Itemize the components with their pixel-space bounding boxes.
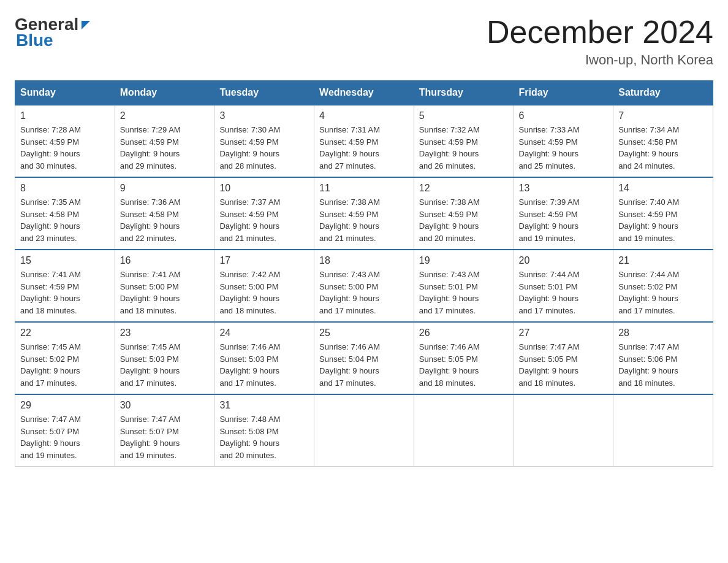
daylight-minutes: and 22 minutes.: [120, 234, 177, 243]
day-cell-2: 2 Sunrise: 7:29 AM Sunset: 4:59 PM Dayli…: [115, 105, 214, 177]
daylight-label: Daylight: 9 hours: [618, 221, 678, 231]
sunset-label: Sunset: 4:59 PM: [319, 137, 378, 147]
sunrise-label: Sunrise: 7:44 AM: [519, 270, 580, 279]
sunset-label: Sunset: 4:59 PM: [519, 210, 578, 219]
day-number: 20: [519, 255, 609, 266]
day-number: 2: [120, 110, 210, 121]
day-number: 19: [419, 255, 509, 266]
day-info: Sunrise: 7:47 AM Sunset: 5:07 PM Dayligh…: [120, 413, 210, 461]
daylight-label: Daylight: 9 hours: [219, 294, 279, 303]
sunrise-label: Sunrise: 7:36 AM: [120, 197, 181, 207]
sunrise-label: Sunrise: 7:35 AM: [20, 197, 81, 207]
day-number: 1: [20, 110, 110, 121]
daylight-label: Daylight: 9 hours: [319, 221, 379, 231]
day-info: Sunrise: 7:46 AM Sunset: 5:05 PM Dayligh…: [419, 341, 509, 389]
sunrise-label: Sunrise: 7:38 AM: [419, 197, 480, 207]
week-row-4: 22 Sunrise: 7:45 AM Sunset: 5:02 PM Dayl…: [15, 322, 713, 394]
daylight-minutes: and 17 minutes.: [519, 306, 576, 315]
day-cell-4: 4 Sunrise: 7:31 AM Sunset: 4:59 PM Dayli…: [314, 105, 414, 177]
day-number: 17: [219, 255, 309, 266]
sunrise-label: Sunrise: 7:32 AM: [419, 125, 480, 134]
daylight-minutes: and 19 minutes.: [20, 451, 77, 460]
header-friday: Friday: [514, 81, 613, 105]
daylight-label: Daylight: 9 hours: [519, 149, 579, 158]
day-cell-30: 30 Sunrise: 7:47 AM Sunset: 5:07 PM Dayl…: [115, 394, 214, 467]
week-row-2: 8 Sunrise: 7:35 AM Sunset: 4:58 PM Dayli…: [15, 177, 713, 250]
sunset-label: Sunset: 5:05 PM: [519, 354, 578, 364]
daylight-label: Daylight: 9 hours: [20, 221, 80, 231]
day-info: Sunrise: 7:47 AM Sunset: 5:07 PM Dayligh…: [20, 413, 110, 461]
day-number: 12: [419, 183, 509, 194]
day-info: Sunrise: 7:40 AM Sunset: 4:59 PM Dayligh…: [618, 196, 708, 244]
day-number: 27: [519, 327, 609, 339]
day-cell-15: 15 Sunrise: 7:41 AM Sunset: 4:59 PM Dayl…: [15, 250, 115, 322]
day-number: 22: [20, 327, 110, 339]
sunset-label: Sunset: 5:08 PM: [219, 427, 278, 436]
day-cell-12: 12 Sunrise: 7:38 AM Sunset: 4:59 PM Dayl…: [414, 177, 514, 250]
sunrise-label: Sunrise: 7:46 AM: [419, 342, 480, 351]
daylight-minutes: and 17 minutes.: [419, 306, 476, 315]
sunset-label: Sunset: 5:02 PM: [618, 282, 677, 291]
sunrise-label: Sunrise: 7:33 AM: [519, 125, 580, 134]
day-info: Sunrise: 7:37 AM Sunset: 4:59 PM Dayligh…: [219, 196, 309, 244]
header-wednesday: Wednesday: [314, 81, 414, 105]
day-cell-25: 25 Sunrise: 7:46 AM Sunset: 5:04 PM Dayl…: [314, 322, 414, 394]
sunset-label: Sunset: 4:59 PM: [120, 137, 179, 147]
day-number: 31: [219, 400, 309, 411]
daylight-label: Daylight: 9 hours: [618, 366, 678, 375]
sunset-label: Sunset: 5:00 PM: [219, 282, 278, 291]
day-info: Sunrise: 7:47 AM Sunset: 5:05 PM Dayligh…: [519, 341, 609, 389]
daylight-label: Daylight: 9 hours: [219, 149, 279, 158]
sunset-label: Sunset: 5:04 PM: [319, 354, 378, 364]
sunrise-label: Sunrise: 7:44 AM: [618, 270, 679, 279]
daylight-label: Daylight: 9 hours: [219, 221, 279, 231]
day-info: Sunrise: 7:48 AM Sunset: 5:08 PM Dayligh…: [219, 413, 309, 461]
day-number: 14: [618, 183, 708, 194]
daylight-minutes: and 17 minutes.: [319, 378, 376, 388]
day-cell-6: 6 Sunrise: 7:33 AM Sunset: 4:59 PM Dayli…: [514, 105, 613, 177]
sunset-label: Sunset: 5:01 PM: [519, 282, 578, 291]
day-number: 21: [618, 255, 708, 266]
day-cell-22: 22 Sunrise: 7:45 AM Sunset: 5:02 PM Dayl…: [15, 322, 115, 394]
sunset-label: Sunset: 4:59 PM: [219, 210, 278, 219]
daylight-minutes: and 26 minutes.: [419, 161, 476, 170]
daylight-minutes: and 21 minutes.: [319, 234, 376, 243]
sunset-label: Sunset: 5:06 PM: [618, 354, 677, 364]
day-number: 9: [120, 183, 210, 194]
daylight-label: Daylight: 9 hours: [120, 439, 180, 448]
daylight-minutes: and 18 minutes.: [419, 378, 476, 388]
day-info: Sunrise: 7:46 AM Sunset: 5:04 PM Dayligh…: [319, 341, 409, 389]
day-number: 8: [20, 183, 110, 194]
sunrise-label: Sunrise: 7:46 AM: [219, 342, 280, 351]
day-cell-17: 17 Sunrise: 7:42 AM Sunset: 5:00 PM Dayl…: [214, 250, 314, 322]
sunset-label: Sunset: 5:02 PM: [20, 354, 79, 364]
day-number: 7: [618, 110, 708, 121]
sunrise-label: Sunrise: 7:28 AM: [20, 125, 81, 134]
daylight-label: Daylight: 9 hours: [120, 221, 180, 231]
daylight-minutes: and 21 minutes.: [219, 234, 276, 243]
daylight-label: Daylight: 9 hours: [20, 366, 80, 375]
day-cell-13: 13 Sunrise: 7:39 AM Sunset: 4:59 PM Dayl…: [514, 177, 613, 250]
day-number: 4: [319, 110, 409, 121]
daylight-minutes: and 17 minutes.: [219, 378, 276, 388]
sunset-label: Sunset: 5:03 PM: [120, 354, 179, 364]
empty-cell: [414, 394, 514, 467]
day-number: 23: [120, 327, 210, 339]
day-info: Sunrise: 7:45 AM Sunset: 5:02 PM Dayligh…: [20, 341, 110, 389]
daylight-label: Daylight: 9 hours: [419, 221, 479, 231]
day-cell-26: 26 Sunrise: 7:46 AM Sunset: 5:05 PM Dayl…: [414, 322, 514, 394]
daylight-label: Daylight: 9 hours: [319, 366, 379, 375]
daylight-minutes: and 19 minutes.: [519, 234, 576, 243]
calendar-subtitle: Iwon-up, North Korea: [487, 52, 713, 68]
day-number: 6: [519, 110, 609, 121]
header-sunday: Sunday: [15, 81, 115, 105]
day-cell-29: 29 Sunrise: 7:47 AM Sunset: 5:07 PM Dayl…: [15, 394, 115, 467]
daylight-label: Daylight: 9 hours: [419, 294, 479, 303]
empty-cell: [514, 394, 613, 467]
daylight-minutes: and 24 minutes.: [618, 161, 675, 170]
day-number: 18: [319, 255, 409, 266]
calendar-header-row: SundayMondayTuesdayWednesdayThursdayFrid…: [15, 81, 713, 105]
logo: General Blue: [15, 15, 93, 50]
day-info: Sunrise: 7:43 AM Sunset: 5:00 PM Dayligh…: [319, 269, 409, 316]
daylight-minutes: and 23 minutes.: [20, 234, 77, 243]
